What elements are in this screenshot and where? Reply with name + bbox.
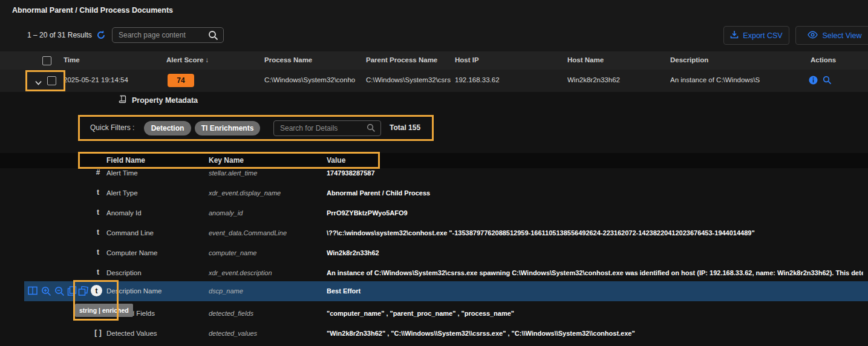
metadata-row-description[interactable]: t Description xdr_event.description An i… [0, 263, 868, 283]
cell-host-name: Win2k8r2n33h62 [567, 76, 620, 83]
text-type-icon: t [93, 248, 103, 256]
key-name: xdr_event.description [209, 269, 272, 276]
number-type-icon: # [93, 168, 103, 177]
zoom-in-icon[interactable] [41, 286, 51, 296]
search-details-input[interactable] [273, 120, 381, 136]
field-value: Win2k8r2n33h62 [327, 249, 863, 256]
eye-icon [808, 31, 818, 41]
table-columns-icon[interactable] [28, 286, 38, 296]
property-metadata-title: Property Metadata [119, 95, 198, 105]
cell-host-ip: 192.168.33.62 [455, 76, 500, 83]
col-header-alert-score-label: Alert Score [166, 56, 203, 64]
field-value: "computer_name" , "parent_proc_name" , "… [327, 310, 863, 317]
field-name: Description [106, 269, 142, 276]
col-header-time[interactable]: Time [64, 56, 80, 64]
field-name: Detected Values [106, 330, 157, 337]
text-type-icon: t [93, 228, 103, 237]
col-header-description[interactable]: Description [670, 56, 708, 64]
quick-filters-label: Quick Filters : [90, 123, 134, 132]
field-name: Computer Name [106, 249, 157, 256]
property-metadata-label: Property Metadata [132, 96, 198, 105]
col-header-process-name[interactable]: Process Name [264, 56, 312, 64]
field-name: Alert Type [106, 189, 138, 197]
search-icon [208, 30, 218, 41]
key-name: detected_values [209, 330, 257, 337]
field-name: Command Line [106, 229, 154, 237]
alert-score-badge: 74 [168, 74, 194, 87]
field-name: Alert Time [106, 169, 138, 177]
details-search-icon [367, 123, 376, 132]
enriched-text-type-icon: t [91, 285, 102, 296]
key-name: stellar.alert_time [209, 169, 257, 177]
total-count: Total 155 [390, 123, 420, 132]
page-title: Abnormal Parent / Child Process Document… [12, 6, 173, 15]
field-value: 1747938287587 [327, 169, 863, 177]
key-name: xdr_event.display_name [209, 189, 281, 197]
filter-ti-enrichments-button[interactable]: TI Enrichments [195, 121, 260, 135]
duplicate-icon[interactable] [78, 286, 88, 296]
text-type-icon: t [93, 208, 103, 217]
cell-process-name: C:\Windows\System32\conho [264, 76, 361, 83]
key-name: dscp_name [209, 287, 243, 295]
text-type-icon: t [93, 268, 103, 276]
col-header-host-name[interactable]: Host Name [567, 56, 604, 64]
key-name: anomaly_id [209, 209, 243, 217]
metadata-row-alert-type[interactable]: t Alert Type xdr_event.display_name Abno… [0, 183, 868, 203]
key-name: computer_name [209, 249, 257, 256]
field-name: Description Name [106, 287, 162, 295]
metadata-row-anomaly-id[interactable]: t Anomaly Id anomaly_id PrrO9ZYBktzPWyo5… [0, 203, 868, 223]
select-view-label: Select View [822, 31, 861, 40]
array-type-icon: [ ] [93, 328, 103, 337]
select-view-button[interactable]: Select View [795, 26, 868, 45]
row-search-icon[interactable] [823, 76, 832, 85]
copy-icon[interactable] [67, 286, 77, 296]
export-csv-button[interactable]: Export CSV [723, 26, 789, 45]
field-value: Abnormal Parent / Child Process [327, 189, 863, 197]
export-csv-label: Export CSV [743, 31, 782, 40]
field-value: An instance of C:\Windows\System32\csrss… [327, 269, 863, 276]
metadata-row-detected-values[interactable]: [ ] Detected Values detected_values "Win… [0, 324, 868, 344]
metadata-row-alert-time[interactable]: # Alert Time stellar.alert_time 17479382… [0, 163, 868, 183]
results-table-header: Time Alert Score ↓ Process Name Parent P… [0, 51, 868, 70]
field-value: PrrO9ZYBktzPWyo5AFO9 [327, 209, 863, 217]
type-tooltip: string | enriched [75, 304, 133, 317]
refresh-icon[interactable] [96, 30, 106, 41]
field-value: Best Effort [327, 287, 863, 295]
app-screen: Abnormal Parent / Child Process Document… [0, 0, 868, 346]
cell-parent-process-name: C:\Windows\System32\csrss.e [366, 76, 451, 83]
filter-detection-button[interactable]: Detection [144, 121, 191, 135]
select-all-checkbox[interactable] [42, 56, 51, 65]
field-name: Anomaly Id [106, 209, 142, 217]
info-icon[interactable] [809, 76, 818, 85]
metadata-row-command-line[interactable]: t Command Line event_data.CommandLine \?… [0, 223, 868, 243]
row-checkbox[interactable] [47, 76, 56, 85]
col-header-alert-score[interactable]: Alert Score ↓ [166, 56, 209, 64]
table-row[interactable]: 2025-05-21 19:14:54 74 C:\Windows\System… [0, 70, 868, 93]
text-type-icon: t [93, 188, 103, 197]
metadata-row-description-name[interactable]: t Description Name dscp_name Best Effort [0, 281, 868, 301]
search-input[interactable] [112, 27, 224, 43]
col-header-actions: Actions [811, 56, 836, 64]
field-value: \??\c:\windows\system32\conhost.exe "-13… [327, 229, 863, 237]
sort-desc-icon: ↓ [206, 56, 209, 64]
metadata-row-computer-name[interactable]: t Computer Name computer_name Win2k8r2n3… [0, 243, 868, 263]
download-icon [730, 30, 739, 41]
results-summary: 1 – 20 of 31 Results [27, 31, 92, 39]
book-icon [119, 95, 127, 105]
chevron-down-icon[interactable] [34, 77, 42, 83]
col-header-parent-process-name[interactable]: Parent Process Name [366, 56, 437, 64]
cell-time: 2025-05-21 19:14:54 [64, 76, 128, 83]
key-name: detected_fields [209, 310, 253, 317]
col-header-host-ip[interactable]: Host IP [455, 56, 479, 64]
key-name: event_data.CommandLine [209, 229, 287, 237]
zoom-out-icon[interactable] [54, 286, 65, 296]
cell-description: An instance of C:\Windows\S [670, 76, 785, 83]
field-value: "Win2k8r2n33h62" , "C:\\Windows\\System3… [327, 330, 863, 337]
